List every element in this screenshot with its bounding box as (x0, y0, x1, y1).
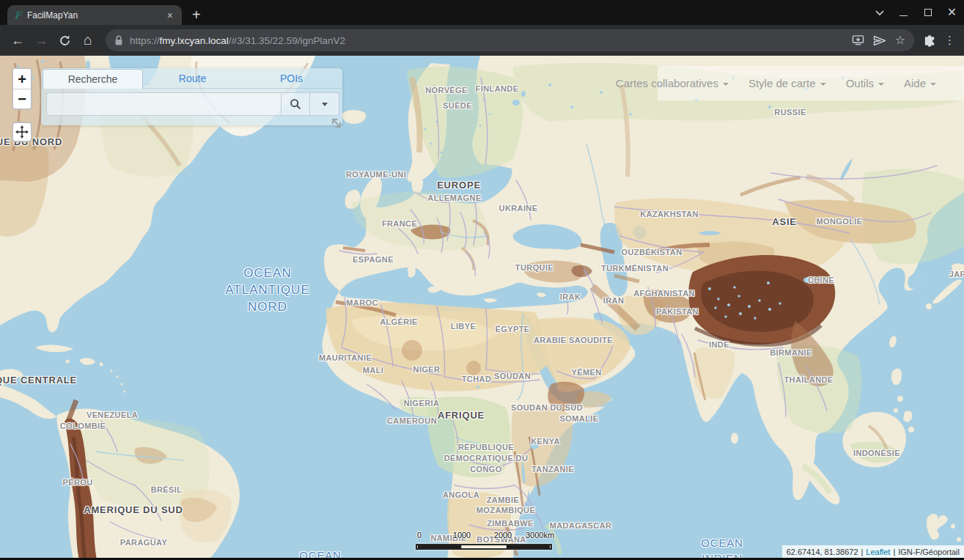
minimize-button[interactable] (891, 0, 916, 25)
tab-search-chevron-icon[interactable] (867, 0, 891, 25)
tile-provider: IGN-F/Géoportail (898, 548, 960, 556)
panel-resize-handle-icon[interactable] (329, 116, 344, 130)
search-panel: Recherche Route POIs (41, 68, 342, 125)
install-app-icon[interactable] (852, 34, 864, 46)
window-controls: ✕ (867, 0, 964, 25)
tab-route[interactable]: Route (143, 69, 242, 88)
scale-labels: 0 1000 2000 3000km (416, 531, 556, 542)
cursor-coordinates: 62.67414, 81.38672 (787, 548, 858, 556)
tab-recherche[interactable]: Recherche (43, 69, 143, 89)
leaflet-link[interactable]: Leaflet (866, 548, 890, 556)
tab-strip: F FacilMapYan × + ✕ (0, 0, 964, 25)
chevron-down-icon (723, 83, 729, 86)
maximize-button[interactable] (916, 0, 940, 25)
menu-cartes-collaboratives[interactable]: Cartes collaboratives (616, 77, 729, 89)
scale-bar (416, 544, 552, 550)
attribution-separator: | (893, 548, 895, 556)
close-window-button[interactable]: ✕ (940, 0, 964, 25)
extensions-area: ⋮ (920, 34, 958, 48)
search-options-dropdown[interactable] (310, 92, 339, 116)
search-button[interactable] (281, 92, 310, 116)
address-bar[interactable]: https://fmy.lxcyan.local/#3/31.35/22.59/… (106, 29, 914, 51)
attribution-separator: | (861, 548, 864, 556)
search-icon (290, 98, 301, 110)
address-bar-actions: ☆ (852, 34, 905, 46)
tab-pois[interactable]: POIs (242, 69, 341, 88)
lock-icon (114, 35, 123, 46)
world-map-svg (0, 56, 964, 560)
url-text: https://fmy.lxcyan.local/#3/31.35/22.59/… (130, 35, 845, 46)
chevron-down-icon (878, 83, 884, 86)
locate-button[interactable] (12, 122, 32, 142)
zoom-out-button[interactable]: − (13, 89, 31, 108)
new-tab-button[interactable]: + (192, 7, 201, 23)
browser-menu-kebab-icon[interactable]: ⋮ (944, 34, 955, 47)
reload-button[interactable] (53, 29, 76, 52)
scale-control: 0 1000 2000 3000km (416, 531, 556, 550)
crosshair-icon (15, 125, 29, 139)
tab-close-icon[interactable]: × (165, 9, 175, 22)
scale-label: 3000km (526, 531, 554, 539)
scale-label: 0 (417, 531, 422, 539)
tab-title: FacilMapYan (27, 10, 159, 21)
map-menubar: Cartes collaboratives Style de carte Out… (658, 66, 964, 100)
zoom-in-button[interactable]: + (13, 69, 31, 89)
browser-tab[interactable]: F FacilMapYan × (7, 5, 182, 25)
search-input[interactable] (46, 92, 281, 116)
bookmark-star-icon[interactable]: ☆ (895, 34, 905, 46)
send-icon[interactable] (873, 35, 886, 46)
browser-window: F FacilMapYan × + ✕ ← → ⌂ https://fmy.lx… (0, 0, 964, 560)
back-button[interactable]: ← (6, 29, 29, 52)
facilmap-favicon-icon: F (14, 10, 21, 21)
chevron-down-icon (322, 103, 328, 106)
extensions-puzzle-icon[interactable] (923, 34, 937, 48)
menu-style-de-carte[interactable]: Style de carte (748, 77, 826, 89)
chevron-down-icon (820, 83, 826, 86)
home-button[interactable]: ⌂ (76, 28, 100, 51)
menu-outils[interactable]: Outils (846, 77, 884, 89)
forward-button[interactable]: → (29, 29, 53, 52)
browser-toolbar: ← → ⌂ https://fmy.lxcyan.local/#3/31.35/… (0, 25, 964, 56)
chevron-down-icon (930, 83, 936, 86)
zoom-control: + − (12, 67, 32, 110)
search-panel-tabs: Recherche Route POIs (41, 68, 342, 89)
menu-aide[interactable]: Aide (904, 77, 936, 89)
scale-label: 1000 (453, 531, 471, 539)
scale-label: 2000 (494, 531, 512, 539)
map-attribution: 62.67414, 81.38672 | Leaflet | IGN-F/Géo… (782, 545, 964, 558)
map-canvas[interactable]: OCEANATLANTIQUENORDOCEANOCEANINDIENUE DU… (0, 56, 964, 560)
